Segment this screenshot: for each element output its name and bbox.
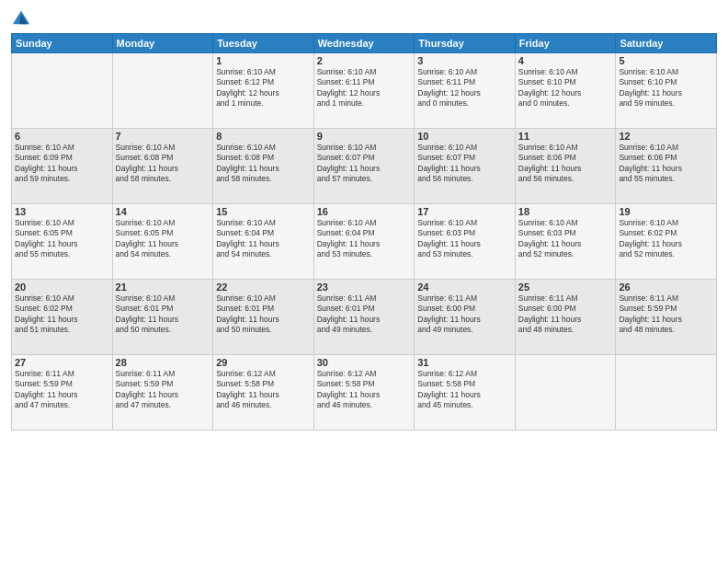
day-number: 27	[15, 357, 109, 368]
day-info: Sunrise: 6:10 AM Sunset: 6:12 PM Dayligh…	[216, 67, 311, 109]
week-row-4: 27Sunrise: 6:11 AM Sunset: 5:59 PM Dayli…	[12, 355, 717, 431]
day-cell: 13Sunrise: 6:10 AM Sunset: 6:05 PM Dayli…	[12, 204, 113, 280]
day-info: Sunrise: 6:10 AM Sunset: 6:06 PM Dayligh…	[518, 143, 613, 185]
day-info: Sunrise: 6:12 AM Sunset: 5:58 PM Dayligh…	[317, 369, 412, 411]
day-header-saturday: Saturday	[616, 34, 717, 53]
day-cell: 7Sunrise: 6:10 AM Sunset: 6:08 PM Daylig…	[112, 129, 213, 204]
day-number: 1	[216, 55, 311, 66]
day-cell: 1Sunrise: 6:10 AM Sunset: 6:12 PM Daylig…	[213, 53, 314, 129]
day-number: 17	[417, 206, 512, 217]
day-cell: 25Sunrise: 6:11 AM Sunset: 6:00 PM Dayli…	[515, 280, 616, 355]
day-cell: 21Sunrise: 6:10 AM Sunset: 6:01 PM Dayli…	[112, 280, 213, 355]
day-number: 4	[518, 55, 613, 66]
week-row-1: 6Sunrise: 6:10 AM Sunset: 6:09 PM Daylig…	[12, 129, 717, 204]
day-cell: 14Sunrise: 6:10 AM Sunset: 6:05 PM Dayli…	[112, 204, 213, 280]
day-number: 31	[417, 357, 512, 368]
day-header-wednesday: Wednesday	[313, 34, 415, 53]
day-cell: 20Sunrise: 6:10 AM Sunset: 6:02 PM Dayli…	[12, 280, 113, 355]
day-info: Sunrise: 6:10 AM Sunset: 6:11 PM Dayligh…	[317, 67, 412, 109]
day-cell: 6Sunrise: 6:10 AM Sunset: 6:09 PM Daylig…	[12, 129, 113, 204]
day-cell: 4Sunrise: 6:10 AM Sunset: 6:10 PM Daylig…	[515, 53, 616, 129]
day-number: 22	[216, 282, 311, 293]
day-info: Sunrise: 6:10 AM Sunset: 6:09 PM Dayligh…	[15, 143, 109, 185]
day-info: Sunrise: 6:10 AM Sunset: 6:10 PM Dayligh…	[619, 67, 713, 109]
day-cell: 10Sunrise: 6:10 AM Sunset: 6:07 PM Dayli…	[415, 129, 516, 204]
day-header-monday: Monday	[112, 34, 213, 53]
day-number: 9	[317, 131, 412, 142]
day-info: Sunrise: 6:10 AM Sunset: 6:01 PM Dayligh…	[116, 293, 210, 336]
day-cell: 3Sunrise: 6:10 AM Sunset: 6:11 PM Daylig…	[415, 53, 516, 129]
day-info: Sunrise: 6:12 AM Sunset: 5:58 PM Dayligh…	[417, 369, 512, 411]
day-info: Sunrise: 6:11 AM Sunset: 5:59 PM Dayligh…	[619, 293, 713, 336]
day-header-thursday: Thursday	[415, 34, 516, 53]
day-info: Sunrise: 6:10 AM Sunset: 6:10 PM Dayligh…	[518, 67, 613, 109]
day-info: Sunrise: 6:11 AM Sunset: 6:01 PM Dayligh…	[317, 293, 412, 336]
header-row: SundayMondayTuesdayWednesdayThursdayFrid…	[12, 34, 717, 53]
day-cell: 26Sunrise: 6:11 AM Sunset: 5:59 PM Dayli…	[616, 280, 717, 355]
day-cell: 29Sunrise: 6:12 AM Sunset: 5:58 PM Dayli…	[213, 355, 314, 431]
day-number: 2	[317, 55, 412, 66]
day-info: Sunrise: 6:10 AM Sunset: 6:02 PM Dayligh…	[619, 218, 713, 260]
day-number: 15	[216, 206, 311, 217]
logo-icon	[11, 9, 31, 28]
day-cell: 15Sunrise: 6:10 AM Sunset: 6:04 PM Dayli…	[213, 204, 314, 280]
logo	[11, 9, 35, 28]
day-number: 21	[116, 282, 210, 293]
day-cell	[616, 355, 717, 431]
day-cell: 8Sunrise: 6:10 AM Sunset: 6:08 PM Daylig…	[213, 129, 314, 204]
day-info: Sunrise: 6:10 AM Sunset: 6:04 PM Dayligh…	[317, 218, 412, 260]
day-cell: 11Sunrise: 6:10 AM Sunset: 6:06 PM Dayli…	[515, 129, 616, 204]
day-info: Sunrise: 6:10 AM Sunset: 6:02 PM Dayligh…	[15, 293, 109, 336]
calendar-page: SundayMondayTuesdayWednesdayThursdayFrid…	[0, 0, 728, 563]
header	[11, 9, 717, 28]
day-number: 3	[417, 55, 512, 66]
day-cell: 18Sunrise: 6:10 AM Sunset: 6:03 PM Dayli…	[515, 204, 616, 280]
day-number: 13	[15, 206, 109, 217]
day-info: Sunrise: 6:10 AM Sunset: 6:05 PM Dayligh…	[116, 218, 210, 260]
day-info: Sunrise: 6:11 AM Sunset: 6:00 PM Dayligh…	[417, 293, 512, 336]
day-cell: 9Sunrise: 6:10 AM Sunset: 6:07 PM Daylig…	[313, 129, 415, 204]
week-row-0: 1Sunrise: 6:10 AM Sunset: 6:12 PM Daylig…	[12, 53, 717, 129]
day-info: Sunrise: 6:11 AM Sunset: 6:00 PM Dayligh…	[518, 293, 613, 336]
calendar-table: SundayMondayTuesdayWednesdayThursdayFrid…	[11, 33, 717, 431]
day-number: 26	[619, 282, 713, 293]
day-number: 8	[216, 131, 311, 142]
day-info: Sunrise: 6:10 AM Sunset: 6:07 PM Dayligh…	[317, 143, 412, 185]
day-cell: 2Sunrise: 6:10 AM Sunset: 6:11 PM Daylig…	[313, 53, 415, 129]
day-cell: 24Sunrise: 6:11 AM Sunset: 6:00 PM Dayli…	[415, 280, 516, 355]
day-info: Sunrise: 6:10 AM Sunset: 6:06 PM Dayligh…	[619, 143, 713, 185]
day-number: 24	[417, 282, 512, 293]
day-number: 12	[619, 131, 713, 142]
day-cell: 22Sunrise: 6:10 AM Sunset: 6:01 PM Dayli…	[213, 280, 314, 355]
day-cell: 5Sunrise: 6:10 AM Sunset: 6:10 PM Daylig…	[616, 53, 717, 129]
day-info: Sunrise: 6:12 AM Sunset: 5:58 PM Dayligh…	[216, 369, 311, 411]
day-number: 11	[518, 131, 613, 142]
day-number: 18	[518, 206, 613, 217]
day-info: Sunrise: 6:10 AM Sunset: 6:03 PM Dayligh…	[417, 218, 512, 260]
day-cell: 19Sunrise: 6:10 AM Sunset: 6:02 PM Dayli…	[616, 204, 717, 280]
day-info: Sunrise: 6:10 AM Sunset: 6:01 PM Dayligh…	[216, 293, 311, 336]
day-cell: 16Sunrise: 6:10 AM Sunset: 6:04 PM Dayli…	[313, 204, 415, 280]
day-cell: 27Sunrise: 6:11 AM Sunset: 5:59 PM Dayli…	[12, 355, 113, 431]
day-info: Sunrise: 6:11 AM Sunset: 5:59 PM Dayligh…	[116, 369, 210, 411]
day-number: 25	[518, 282, 613, 293]
day-cell	[112, 53, 213, 129]
day-info: Sunrise: 6:10 AM Sunset: 6:03 PM Dayligh…	[518, 218, 613, 260]
day-number: 6	[15, 131, 109, 142]
day-header-friday: Friday	[515, 34, 616, 53]
week-row-3: 20Sunrise: 6:10 AM Sunset: 6:02 PM Dayli…	[12, 280, 717, 355]
day-cell: 12Sunrise: 6:10 AM Sunset: 6:06 PM Dayli…	[616, 129, 717, 204]
day-cell	[515, 355, 616, 431]
day-header-tuesday: Tuesday	[213, 34, 314, 53]
day-info: Sunrise: 6:10 AM Sunset: 6:04 PM Dayligh…	[216, 218, 311, 260]
day-number: 14	[116, 206, 210, 217]
day-number: 20	[15, 282, 109, 293]
day-number: 5	[619, 55, 713, 66]
day-cell: 31Sunrise: 6:12 AM Sunset: 5:58 PM Dayli…	[415, 355, 516, 431]
day-header-sunday: Sunday	[12, 34, 113, 53]
day-number: 29	[216, 357, 311, 368]
day-number: 16	[317, 206, 412, 217]
day-info: Sunrise: 6:11 AM Sunset: 5:59 PM Dayligh…	[15, 369, 109, 411]
day-cell	[12, 53, 113, 129]
week-row-2: 13Sunrise: 6:10 AM Sunset: 6:05 PM Dayli…	[12, 204, 717, 280]
